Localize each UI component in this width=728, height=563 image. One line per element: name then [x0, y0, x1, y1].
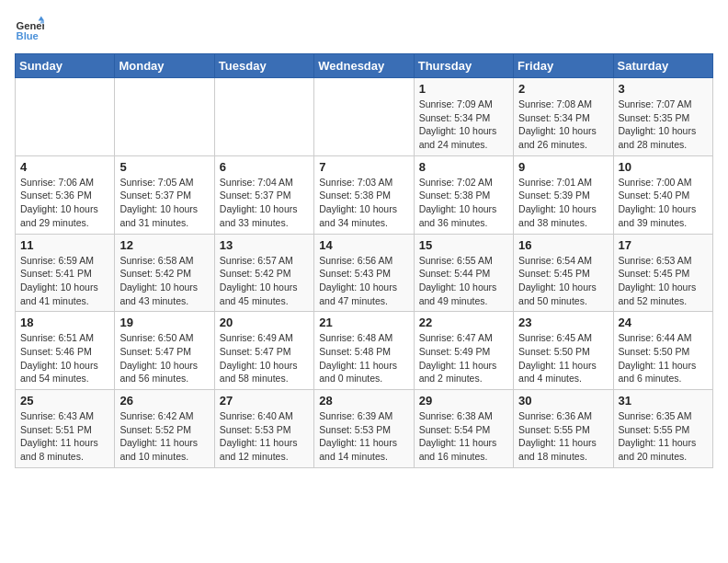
- day-info: Sunrise: 6:59 AMSunset: 5:41 PMDaylight:…: [20, 254, 109, 308]
- day-info: Sunrise: 7:02 AMSunset: 5:38 PMDaylight:…: [419, 176, 508, 230]
- day-cell: 26Sunrise: 6:42 AMSunset: 5:52 PMDayligh…: [115, 390, 214, 468]
- day-number: 28: [319, 394, 408, 408]
- day-number: 24: [619, 316, 708, 329]
- dow-header-friday: Friday: [514, 54, 613, 78]
- day-cell: [16, 78, 115, 156]
- dow-header-saturday: Saturday: [613, 54, 712, 78]
- day-cell: 24Sunrise: 6:44 AMSunset: 5:50 PMDayligh…: [613, 312, 712, 390]
- day-cell: 14Sunrise: 6:56 AMSunset: 5:43 PMDayligh…: [314, 234, 414, 312]
- day-info: Sunrise: 6:56 AMSunset: 5:43 PMDaylight:…: [319, 254, 408, 308]
- day-cell: 10Sunrise: 7:00 AMSunset: 5:40 PMDayligh…: [613, 155, 712, 234]
- day-number: 21: [319, 316, 408, 329]
- day-cell: [214, 78, 313, 156]
- logo-icon: General Blue: [15, 15, 44, 44]
- day-info: Sunrise: 7:08 AMSunset: 5:34 PMDaylight:…: [518, 98, 608, 152]
- day-cell: 9Sunrise: 7:01 AMSunset: 5:39 PMDaylight…: [514, 155, 613, 234]
- week-row-1: 1Sunrise: 7:09 AMSunset: 5:34 PMDaylight…: [16, 78, 713, 156]
- svg-text:General: General: [17, 20, 44, 31]
- logo: General Blue: [15, 15, 44, 44]
- day-number: 26: [119, 394, 209, 408]
- day-info: Sunrise: 7:01 AMSunset: 5:39 PMDaylight:…: [518, 176, 608, 230]
- day-number: 6: [220, 160, 309, 174]
- page-header: General Blue: [15, 15, 713, 44]
- day-cell: 15Sunrise: 6:55 AMSunset: 5:44 PMDayligh…: [414, 234, 513, 312]
- day-cell: 28Sunrise: 6:39 AMSunset: 5:53 PMDayligh…: [314, 390, 414, 468]
- day-number: 29: [419, 394, 508, 408]
- week-row-4: 18Sunrise: 6:51 AMSunset: 5:46 PMDayligh…: [16, 312, 713, 390]
- day-cell: 25Sunrise: 6:43 AMSunset: 5:51 PMDayligh…: [16, 390, 115, 468]
- day-cell: [314, 78, 414, 156]
- day-cell: 3Sunrise: 7:07 AMSunset: 5:35 PMDaylight…: [613, 78, 712, 156]
- day-info: Sunrise: 6:38 AMSunset: 5:54 PMDaylight:…: [419, 409, 508, 464]
- dow-header-sunday: Sunday: [16, 54, 115, 78]
- day-cell: 30Sunrise: 6:36 AMSunset: 5:55 PMDayligh…: [514, 390, 613, 468]
- dow-header-monday: Monday: [115, 54, 214, 78]
- svg-text:Blue: Blue: [17, 30, 39, 41]
- day-cell: 31Sunrise: 6:35 AMSunset: 5:55 PMDayligh…: [613, 390, 712, 468]
- day-cell: 22Sunrise: 6:47 AMSunset: 5:49 PMDayligh…: [414, 312, 513, 390]
- day-info: Sunrise: 6:39 AMSunset: 5:53 PMDaylight:…: [319, 409, 408, 464]
- dow-header-thursday: Thursday: [414, 54, 513, 78]
- day-cell: 19Sunrise: 6:50 AMSunset: 5:47 PMDayligh…: [115, 312, 214, 390]
- day-cell: 13Sunrise: 6:57 AMSunset: 5:42 PMDayligh…: [214, 234, 313, 312]
- day-info: Sunrise: 6:49 AMSunset: 5:47 PMDaylight:…: [220, 331, 309, 385]
- day-number: 3: [619, 82, 708, 96]
- svg-marker-2: [39, 17, 44, 21]
- day-cell: 11Sunrise: 6:59 AMSunset: 5:41 PMDayligh…: [16, 234, 115, 312]
- day-number: 16: [518, 238, 608, 252]
- day-number: 27: [220, 394, 309, 408]
- day-number: 9: [518, 160, 608, 174]
- day-number: 7: [319, 160, 408, 174]
- day-cell: 21Sunrise: 6:48 AMSunset: 5:48 PMDayligh…: [314, 312, 414, 390]
- day-info: Sunrise: 6:53 AMSunset: 5:45 PMDaylight:…: [619, 254, 708, 308]
- day-cell: 7Sunrise: 7:03 AMSunset: 5:38 PMDaylight…: [314, 155, 414, 234]
- day-cell: 8Sunrise: 7:02 AMSunset: 5:38 PMDaylight…: [414, 155, 513, 234]
- day-number: 22: [419, 316, 508, 329]
- day-cell: 27Sunrise: 6:40 AMSunset: 5:53 PMDayligh…: [214, 390, 313, 468]
- day-cell: 1Sunrise: 7:09 AMSunset: 5:34 PMDaylight…: [414, 78, 513, 156]
- day-number: 5: [119, 160, 209, 174]
- calendar-table: SundayMondayTuesdayWednesdayThursdayFrid…: [15, 53, 713, 468]
- day-info: Sunrise: 6:51 AMSunset: 5:46 PMDaylight:…: [20, 331, 109, 385]
- day-number: 30: [518, 394, 608, 408]
- day-number: 1: [419, 82, 508, 96]
- day-info: Sunrise: 6:45 AMSunset: 5:50 PMDaylight:…: [518, 331, 608, 385]
- day-info: Sunrise: 7:07 AMSunset: 5:35 PMDaylight:…: [619, 98, 708, 152]
- day-number: 15: [419, 238, 508, 252]
- week-row-2: 4Sunrise: 7:06 AMSunset: 5:36 PMDaylight…: [16, 155, 713, 234]
- day-info: Sunrise: 6:42 AMSunset: 5:52 PMDaylight:…: [119, 409, 209, 464]
- day-cell: 5Sunrise: 7:05 AMSunset: 5:37 PMDaylight…: [115, 155, 214, 234]
- week-row-5: 25Sunrise: 6:43 AMSunset: 5:51 PMDayligh…: [16, 390, 713, 468]
- day-number: 11: [20, 238, 109, 252]
- day-number: 14: [319, 238, 408, 252]
- day-info: Sunrise: 6:48 AMSunset: 5:48 PMDaylight:…: [319, 331, 408, 385]
- day-info: Sunrise: 6:55 AMSunset: 5:44 PMDaylight:…: [419, 254, 508, 308]
- day-number: 23: [518, 316, 608, 329]
- day-info: Sunrise: 6:54 AMSunset: 5:45 PMDaylight:…: [518, 254, 608, 308]
- day-number: 18: [20, 316, 109, 329]
- week-row-3: 11Sunrise: 6:59 AMSunset: 5:41 PMDayligh…: [16, 234, 713, 312]
- dow-header-tuesday: Tuesday: [214, 54, 313, 78]
- day-info: Sunrise: 6:57 AMSunset: 5:42 PMDaylight:…: [220, 254, 309, 308]
- day-info: Sunrise: 6:36 AMSunset: 5:55 PMDaylight:…: [518, 409, 608, 464]
- day-info: Sunrise: 6:43 AMSunset: 5:51 PMDaylight:…: [20, 409, 109, 464]
- day-info: Sunrise: 7:09 AMSunset: 5:34 PMDaylight:…: [419, 98, 508, 152]
- day-info: Sunrise: 6:44 AMSunset: 5:50 PMDaylight:…: [619, 331, 708, 385]
- day-info: Sunrise: 7:06 AMSunset: 5:36 PMDaylight:…: [20, 176, 109, 230]
- day-info: Sunrise: 7:04 AMSunset: 5:37 PMDaylight:…: [220, 176, 309, 230]
- day-number: 25: [20, 394, 109, 408]
- day-info: Sunrise: 6:35 AMSunset: 5:55 PMDaylight:…: [619, 409, 708, 464]
- day-info: Sunrise: 6:47 AMSunset: 5:49 PMDaylight:…: [419, 331, 508, 385]
- dow-header-wednesday: Wednesday: [314, 54, 414, 78]
- day-info: Sunrise: 6:58 AMSunset: 5:42 PMDaylight:…: [119, 254, 209, 308]
- day-number: 20: [220, 316, 309, 329]
- day-number: 31: [619, 394, 708, 408]
- day-cell: 16Sunrise: 6:54 AMSunset: 5:45 PMDayligh…: [514, 234, 613, 312]
- calendar-body: 1Sunrise: 7:09 AMSunset: 5:34 PMDaylight…: [16, 78, 713, 468]
- day-cell: 17Sunrise: 6:53 AMSunset: 5:45 PMDayligh…: [613, 234, 712, 312]
- day-info: Sunrise: 7:05 AMSunset: 5:37 PMDaylight:…: [119, 176, 209, 230]
- day-number: 10: [619, 160, 708, 174]
- day-cell: 4Sunrise: 7:06 AMSunset: 5:36 PMDaylight…: [16, 155, 115, 234]
- day-of-week-row: SundayMondayTuesdayWednesdayThursdayFrid…: [16, 54, 713, 78]
- day-cell: 2Sunrise: 7:08 AMSunset: 5:34 PMDaylight…: [514, 78, 613, 156]
